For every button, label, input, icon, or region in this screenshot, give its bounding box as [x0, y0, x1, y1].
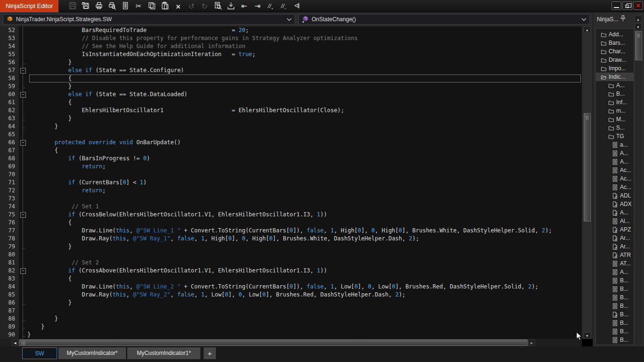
compile-button[interactable]: [224, 0, 238, 12]
tree-item-b[interactable]: B...: [596, 293, 634, 302]
tree-item-b[interactable]: B...: [596, 319, 634, 327]
editor-vscrollbar-thumb[interactable]: [584, 113, 591, 222]
tree-item-b[interactable]: B...: [596, 302, 634, 310]
code-line[interactable]: 79 }: [0, 243, 582, 251]
decrease-indent-button[interactable]: ⇤: [238, 0, 251, 12]
tree-item-a[interactable]: A...: [596, 268, 634, 276]
code-line[interactable]: 70: [0, 171, 582, 179]
tree-item-ar[interactable]: Ar...: [596, 234, 634, 242]
tree-item-ar[interactable]: Ar...: [596, 242, 634, 251]
cut-button[interactable]: ✂: [132, 0, 145, 12]
tree-item-a[interactable]: A...: [596, 208, 634, 217]
code-line[interactable]: 56 }: [0, 58, 582, 66]
tree-item-b[interactable]: B...: [596, 327, 634, 336]
tree-item-b[interactable]: B...: [596, 90, 634, 98]
code-line[interactable]: 66 protected override void OnBarUpdate(): [0, 139, 582, 147]
close-button[interactable]: ✕: [633, 1, 643, 10]
document-tab-mycustomindicator[interactable]: MyCustomIndicator*: [58, 347, 126, 359]
code-line[interactable]: 78 Draw.Ray(this, @"SW Ray_1", false, 1,…: [0, 235, 582, 243]
code-line[interactable]: 86 }: [0, 299, 582, 307]
code-line[interactable]: 83 {: [0, 275, 582, 283]
print-preview-button[interactable]: [106, 0, 119, 12]
code-line[interactable]: 55 IsInstantiatedOnEachOptimizationItera…: [0, 50, 582, 58]
tree-item-ac[interactable]: Ac...: [596, 183, 634, 191]
code-line[interactable]: 52 BarsRequiredToTrade = 20;: [0, 26, 582, 34]
scroll-right-button[interactable]: ▶: [528, 339, 535, 346]
scroll-up-button[interactable]: ▲: [584, 26, 591, 33]
editor-hscrollbar-thumb[interactable]: [19, 339, 528, 346]
code-line[interactable]: 62 EhlersHilbertOscillator1 = EhlersHilb…: [0, 107, 582, 115]
restore-button[interactable]: [622, 1, 632, 10]
tree-item-indic[interactable]: Indic...: [596, 73, 634, 81]
code-line[interactable]: 68 if (BarsInProgress != 0): [0, 155, 582, 163]
document-tab-sw[interactable]: SW: [22, 347, 57, 359]
tree-item-m[interactable]: M...: [596, 115, 634, 123]
tree-item-inf[interactable]: Inf...: [596, 98, 634, 107]
code-line[interactable]: 81 // Set 2: [0, 259, 582, 267]
scroll-down-button[interactable]: ▼: [584, 332, 591, 338]
scroll-left-button[interactable]: ◀: [12, 339, 18, 346]
tree-item-bars[interactable]: Bars...: [596, 39, 634, 47]
code-line[interactable]: 69 return;: [0, 163, 582, 171]
tree-item-s[interactable]: S...: [596, 123, 634, 132]
tree-item-tg[interactable]: TG: [596, 132, 634, 140]
panel-scrollbar-thumb[interactable]: [635, 31, 642, 60]
select-document-button[interactable]: [119, 0, 132, 12]
tree-item-adl[interactable]: ADL: [596, 191, 634, 200]
fold-collapse-box[interactable]: [19, 211, 27, 219]
increase-indent-button[interactable]: ⇥: [251, 0, 264, 12]
tree-item-at[interactable]: AT...: [596, 259, 634, 268]
visual-studio-button[interactable]: [290, 0, 304, 12]
tree-item-al[interactable]: Al...: [596, 217, 634, 225]
code-line[interactable]: 74 // Set 1: [0, 203, 582, 211]
code-line[interactable]: 54 // See the Help Guide for additional …: [0, 42, 582, 50]
tree-item-a[interactable]: A...: [596, 149, 634, 157]
new-tab-button[interactable]: +: [204, 347, 216, 359]
code-line[interactable]: 64 }: [0, 123, 582, 131]
tree-item-adx[interactable]: ADX: [596, 200, 634, 208]
code-line[interactable]: 72 return;: [0, 187, 582, 195]
find-button[interactable]: [211, 0, 224, 12]
code-line[interactable]: 84 Draw.Line(this, @"SW Line_2 " + Conve…: [0, 283, 582, 291]
panel-scroll-up-button[interactable]: ▲: [635, 16, 642, 23]
code-line[interactable]: 90}: [0, 331, 582, 339]
code-line[interactable]: 60 else if (State == State.DataLoaded): [0, 90, 582, 99]
tree-item-a[interactable]: a...: [596, 140, 634, 149]
tree-item-b[interactable]: B...: [596, 336, 634, 344]
fold-collapse-box[interactable]: [19, 66, 27, 74]
code-line[interactable]: 53 // Disable this property for performa…: [0, 34, 582, 42]
code-line[interactable]: 85 Draw.Ray(this, @"SW Ray_2", false, 1,…: [0, 291, 582, 299]
code-line[interactable]: 59 }: [0, 82, 582, 90]
tree-item-apz[interactable]: APZ: [596, 225, 634, 234]
tree-item-impo[interactable]: Impo...: [596, 64, 634, 73]
code-line[interactable]: 75 if (CrossBelow(EhlersHilbertOscillato…: [0, 211, 582, 219]
panel-scrollbar-track[interactable]: [635, 16, 642, 346]
code-line[interactable]: 63 }: [0, 115, 582, 123]
method-selector-dropdown[interactable]: ✦ OnStateChange(): [298, 14, 590, 25]
tree-item-b[interactable]: B...: [596, 310, 634, 319]
code-line[interactable]: 67 {: [0, 147, 582, 155]
current-code-line[interactable]: 58 {: [0, 74, 582, 82]
paste-button[interactable]: [158, 0, 172, 12]
tree-item-draw[interactable]: Draw...: [596, 56, 634, 64]
tree-item-a[interactable]: A...: [596, 157, 634, 166]
tree-item-m[interactable]: m...: [596, 107, 634, 115]
uncomment-selection-button[interactable]: //−: [277, 0, 290, 12]
document-tab-mycustomindicator1[interactable]: MyCustomIndicator1*: [127, 347, 200, 359]
tree-item-ac[interactable]: Ac...: [596, 166, 634, 174]
save-as-button[interactable]: [79, 0, 92, 12]
fold-collapse-box[interactable]: [19, 267, 27, 275]
print-button[interactable]: [92, 0, 106, 12]
delete-button[interactable]: ✕: [172, 0, 185, 12]
code-editor[interactable]: 52 BarsRequiredToTrade = 20;53 // Disabl…: [0, 26, 582, 339]
tree-item-add[interactable]: Add...: [596, 30, 634, 39]
minimize-button[interactable]: [611, 1, 621, 10]
fold-collapse-box[interactable]: [19, 139, 27, 147]
code-line[interactable]: 71 if (CurrentBars[0] < 1): [0, 179, 582, 187]
tree-item-ac[interactable]: Ac...: [596, 174, 634, 183]
panel-scroll-down-button[interactable]: ▼: [635, 23, 642, 30]
code-line[interactable]: 89 }: [0, 323, 582, 331]
code-line[interactable]: 77 Draw.Line(this, @"SW Line_1 " + Conve…: [0, 227, 582, 235]
code-line[interactable]: 65: [0, 131, 582, 139]
tree-item-b[interactable]: B...: [596, 285, 634, 293]
